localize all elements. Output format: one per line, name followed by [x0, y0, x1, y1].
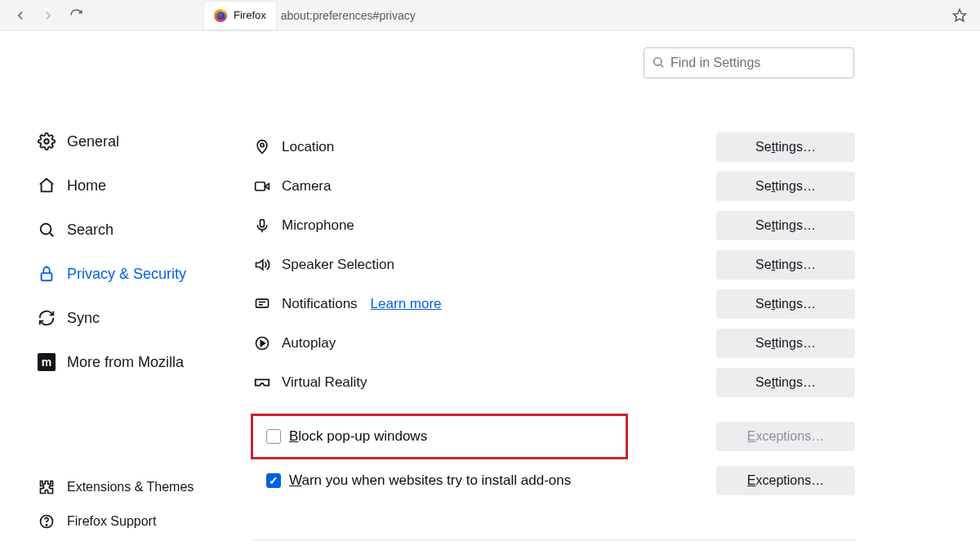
svg-point-3	[44, 139, 49, 144]
permission-label: Location	[282, 139, 334, 155]
sidebar-item-label: Extensions & Themes	[67, 480, 194, 495]
speaker-icon	[251, 257, 274, 273]
svg-marker-19	[261, 341, 265, 347]
permission-row-location: Location Settings…	[251, 128, 855, 167]
sidebar-item-search[interactable]: Search	[38, 208, 225, 252]
sidebar-item-label: More from Mozilla	[67, 354, 184, 371]
microphone-icon	[251, 217, 274, 234]
svg-point-8	[46, 525, 47, 526]
settings-content: Location Settings… Camera Settings… Micr…	[225, 31, 980, 555]
browser-tab[interactable]: Firefox	[204, 2, 276, 29]
browser-toolbar: Firefox about:preferences#privacy	[0, 0, 980, 31]
vr-settings-button[interactable]: Settings…	[716, 368, 855, 397]
camera-settings-button[interactable]: Settings…	[716, 172, 855, 201]
sidebar-item-general[interactable]: General	[38, 119, 225, 163]
mozilla-icon: m	[38, 353, 56, 371]
svg-point-9	[261, 143, 264, 146]
lock-icon	[38, 265, 56, 283]
sidebar-item-privacy[interactable]: Privacy & Security	[38, 252, 225, 296]
sidebar-item-label: Firefox Support	[67, 514, 156, 529]
sidebar-item-extensions[interactable]: Extensions & Themes	[38, 470, 225, 504]
gear-icon	[38, 132, 56, 150]
home-icon	[38, 177, 56, 195]
permission-label: Autoplay	[282, 335, 336, 351]
notifications-icon	[251, 296, 274, 312]
autoplay-settings-button[interactable]: Settings…	[716, 329, 855, 358]
microphone-settings-button[interactable]: Settings…	[716, 211, 855, 240]
permission-row-autoplay: Autoplay Settings…	[251, 324, 855, 363]
sidebar-item-home[interactable]: Home	[38, 163, 225, 208]
svg-marker-0	[954, 9, 966, 20]
sync-icon	[38, 309, 56, 327]
permission-label: Camera	[282, 178, 331, 195]
block-popups-exceptions-button: Exceptions…	[716, 422, 855, 451]
permission-label: Microphone	[282, 217, 354, 234]
reload-button[interactable]	[62, 2, 90, 29]
sidebar-item-label: General	[67, 133, 119, 150]
block-popups-checkbox[interactable]	[266, 429, 281, 444]
sidebar-item-label: Search	[67, 222, 114, 239]
help-icon	[38, 513, 56, 530]
svg-rect-15	[256, 299, 269, 307]
permission-row-notifications: Notifications Learn more Settings…	[251, 284, 855, 324]
block-popups-highlight: Block pop-up windows	[251, 414, 628, 459]
warn-addons-checkbox[interactable]	[266, 473, 281, 488]
firefox-logo-icon	[214, 9, 227, 22]
permission-label: Speaker Selection	[282, 257, 394, 273]
permissions-list: Location Settings… Camera Settings… Micr…	[251, 128, 855, 540]
search-icon	[38, 221, 56, 239]
location-icon	[251, 139, 274, 155]
svg-rect-10	[256, 182, 265, 190]
back-button[interactable]	[7, 2, 34, 29]
autoplay-icon	[251, 335, 274, 351]
svg-point-4	[41, 224, 51, 235]
permission-label: Notifications	[282, 296, 358, 312]
block-popups-label: Block pop-up windows	[289, 428, 427, 445]
permission-row-microphone: Microphone Settings…	[251, 206, 855, 245]
bookmark-star-button[interactable]	[946, 2, 973, 29]
sidebar-item-label: Home	[67, 177, 106, 195]
sidebar-item-sync[interactable]: Sync	[38, 296, 225, 340]
notifications-settings-button[interactable]: Settings…	[716, 289, 855, 319]
speaker-settings-button[interactable]: Settings…	[716, 250, 855, 280]
location-settings-button[interactable]: Settings…	[716, 132, 855, 162]
svg-marker-14	[256, 260, 263, 270]
svg-rect-6	[42, 273, 52, 280]
sidebar-item-label: Privacy & Security	[67, 266, 186, 283]
notifications-learn-more-link[interactable]: Learn more	[371, 296, 442, 312]
warn-addons-exceptions-button[interactable]: Exceptions…	[716, 466, 855, 495]
camera-icon	[251, 178, 274, 195]
permission-label: Virtual Reality	[282, 374, 368, 391]
sidebar-item-support[interactable]: Firefox Support	[38, 504, 225, 539]
sidebar-item-label: Sync	[67, 310, 100, 327]
permission-row-camera: Camera Settings…	[251, 167, 855, 206]
forward-button[interactable]	[34, 2, 62, 29]
permission-row-speaker: Speaker Selection Settings…	[251, 245, 855, 284]
svg-line-5	[50, 233, 53, 236]
settings-sidebar: General Home Search Privacy & Security S…	[0, 31, 225, 555]
sidebar-item-mozilla[interactable]: m More from Mozilla	[38, 340, 225, 384]
puzzle-icon	[38, 479, 56, 495]
warn-addons-label: Warn you when websites try to install ad…	[289, 472, 571, 489]
permission-row-vr: Virtual Reality Settings…	[251, 363, 855, 402]
svg-rect-12	[261, 220, 265, 227]
address-bar-url[interactable]: about:preferences#privacy	[281, 9, 416, 22]
vr-icon	[251, 374, 274, 392]
tab-title: Firefox	[234, 9, 266, 21]
section-divider	[251, 539, 855, 540]
